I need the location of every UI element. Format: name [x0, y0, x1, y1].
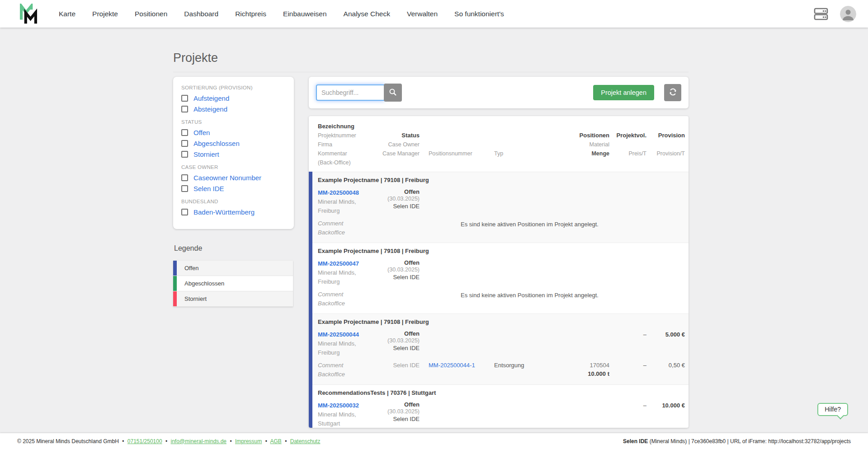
filter-option-absteigend[interactable]: Absteigend: [181, 105, 285, 113]
topbar-icons: [814, 6, 856, 22]
header-label: [494, 140, 530, 149]
legend-title: Legende: [174, 244, 202, 253]
checkbox-icon[interactable]: [181, 209, 188, 215]
nav-item-dashboard[interactable]: Dashboard: [184, 10, 218, 18]
footer-link-email[interactable]: info@mineral-minds.de: [170, 438, 226, 444]
filter-section-label: BUNDESLAND: [181, 199, 285, 204]
filter-option-abgeschlossen[interactable]: Abgeschlossen: [181, 140, 285, 147]
status-bar-offen: [309, 384, 312, 428]
project-number-link[interactable]: MM-202500044: [318, 330, 359, 339]
project-number-link[interactable]: MM-202500048: [318, 188, 359, 197]
checkbox-icon[interactable]: [181, 106, 188, 112]
filter-option-caseowner-nonumber[interactable]: Caseowner Nonumber: [181, 174, 285, 182]
footer-link-phone[interactable]: 07151/250100: [127, 438, 162, 444]
status-date: (30.03.2025): [387, 196, 420, 202]
checkbox-icon[interactable]: [181, 185, 188, 192]
footer-link-datenschutz[interactable]: Datenschutz: [290, 438, 321, 444]
position-menge: 10.000 t: [530, 369, 609, 378]
table-header: Bezeichnung Projektnummer Firma Kommenta…: [309, 116, 689, 172]
project-title: Example Projectname | 79108 | Freiburg: [318, 248, 685, 254]
footer-link-agb[interactable]: AGB: [270, 438, 282, 444]
project-number-link[interactable]: MM-202500047: [318, 259, 359, 268]
position-provision: 0,50 €: [646, 361, 685, 378]
header-label: Material: [530, 140, 609, 149]
header-label: Menge: [530, 149, 609, 158]
project-city: Stuttgart: [318, 419, 374, 428]
project-main-row: Offen (30.03.2025) Selen IDE – 5.000 €: [374, 330, 685, 353]
header-label: [609, 140, 646, 149]
footer: © 2025 Mineral Minds Deutschland GmbH • …: [0, 433, 868, 449]
checkbox-icon[interactable]: [181, 151, 188, 158]
search-button[interactable]: [384, 84, 402, 102]
legend-item-storniert: Storniert: [173, 291, 293, 307]
legend-label: Abgeschlossen: [177, 276, 224, 291]
toolbar: Projekt anlegen: [309, 77, 689, 108]
filter-option-offen[interactable]: Offen: [181, 129, 285, 136]
nav-item-verwalten[interactable]: Verwalten: [407, 10, 438, 18]
footer-separator: •: [164, 438, 169, 444]
legend-item-offen: Offen: [173, 261, 293, 276]
status-date: (30.03.2025): [387, 267, 420, 273]
case-owner: Selen IDE: [374, 344, 420, 353]
avatar[interactable]: [840, 6, 856, 22]
footer-separator: •: [264, 438, 269, 444]
position-material: 170504: [530, 361, 609, 369]
filter-section-sortierung: SORTIERUNG (PROVISION) Aufsteigend Abste…: [181, 85, 285, 113]
project-company: Mineral Minds,: [318, 268, 374, 277]
project-preis: [609, 188, 646, 211]
header-label: Status: [374, 131, 420, 140]
footer-separator: •: [120, 438, 126, 444]
project-comment: Comment: [318, 290, 374, 299]
position-case-manager: Selen IDE: [374, 361, 420, 378]
project-id-cell: MM-202500047 Mineral Minds, Freiburg Com…: [318, 259, 374, 308]
checkbox-icon[interactable]: [181, 95, 188, 102]
nav-item-so-funktionierts[interactable]: So funktioniert's: [454, 10, 504, 18]
project-backoffice: Backoffice: [318, 228, 374, 237]
nav-item-analyse-check[interactable]: Analyse Check: [344, 10, 390, 18]
filter-option-label: Caseowner Nonumber: [193, 174, 261, 182]
project-provision: [646, 188, 685, 211]
project-number-link[interactable]: MM-202500032: [318, 401, 359, 410]
project-row: Example Projectname | 79108 | Freiburg M…: [309, 172, 689, 243]
case-owner: Selen IDE: [374, 415, 420, 424]
checkbox-icon[interactable]: [181, 129, 188, 136]
help-button[interactable]: Hilfe?: [817, 403, 848, 416]
search-input[interactable]: [316, 84, 385, 101]
card-reader-icon[interactable]: [814, 8, 828, 20]
project-city: Freiburg: [318, 206, 374, 215]
filter-option-baden-wuerttemberg[interactable]: Baden-Württemberg: [181, 208, 285, 216]
header-label: Firma: [318, 140, 374, 149]
filter-option-aufsteigend[interactable]: Aufsteigend: [181, 94, 285, 102]
checkbox-icon[interactable]: [181, 174, 188, 181]
filter-section-bundesland: BUNDESLAND Baden-Württemberg: [181, 199, 285, 216]
no-positions-message: Es sind keine aktiven Positionen im Proj…: [374, 292, 685, 299]
nav-item-positionen[interactable]: Positionen: [135, 10, 167, 18]
position-number-link[interactable]: MM-202500044-1: [429, 361, 475, 369]
nav-item-einbauweisen[interactable]: Einbauweisen: [283, 10, 327, 18]
project-main-row: Offen (30.03.2025) Selen IDE – 10.000 €: [374, 401, 685, 424]
legend-label: Storniert: [177, 291, 207, 306]
footer-separator: •: [283, 438, 288, 444]
project-row: Example Projectname | 79108 | Freiburg M…: [309, 313, 689, 384]
filter-option-selen-ide[interactable]: Selen IDE: [181, 185, 285, 192]
footer-link-impressum[interactable]: Impressum: [235, 438, 262, 444]
header-label: Positionen: [530, 131, 609, 140]
status-label: Offen: [404, 401, 420, 408]
project-comment: Comment: [318, 361, 374, 370]
refresh-button[interactable]: [664, 84, 681, 101]
nav-item-richtpreis[interactable]: Richtpreis: [235, 10, 266, 18]
filter-option-storniert[interactable]: Storniert: [181, 150, 285, 158]
project-title: RecommendationsTests | 70376 | Stuttgart: [318, 389, 685, 396]
checkbox-icon[interactable]: [181, 140, 188, 147]
nav-item-projekte[interactable]: Projekte: [92, 10, 118, 18]
header-label: Preis/T: [609, 149, 646, 158]
nav-item-karte[interactable]: Karte: [59, 10, 75, 18]
header-label: [609, 122, 646, 131]
footer-session-rest: (Mineral Minds) | 7ce360e83fb0 | URL of …: [648, 438, 851, 444]
project-provision: 5.000 €: [646, 330, 685, 353]
project-city: Freiburg: [318, 348, 374, 357]
project-title: Example Projectname | 79108 | Freiburg: [318, 177, 685, 183]
header-col-positionen: Positionen Material Menge: [530, 122, 609, 167]
create-project-button[interactable]: Projekt anlegen: [593, 85, 654, 100]
header-col-positionsnummer: Positionsnummer: [420, 122, 485, 167]
